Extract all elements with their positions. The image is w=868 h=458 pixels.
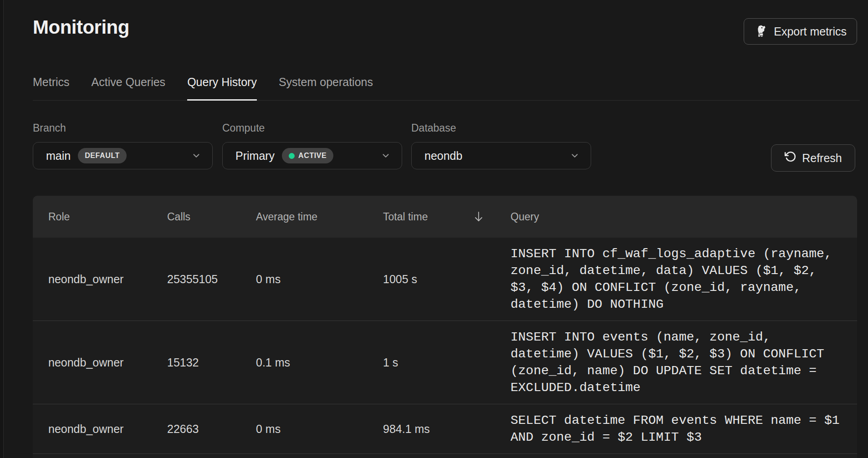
average-time-cell: 0 ms	[256, 422, 383, 436]
role-cell: neondb_owner	[48, 356, 167, 369]
query-sql-text: SELECT datetime FROM events WHERE name =…	[511, 412, 843, 446]
calls-cell: 15132	[167, 356, 256, 369]
column-header-calls[interactable]: Calls	[167, 211, 256, 223]
database-select[interactable]: neondb	[411, 142, 591, 169]
branch-value: main	[46, 149, 71, 163]
content-left-border	[0, 0, 4, 458]
column-header-average-time[interactable]: Average time	[256, 211, 383, 223]
table-row[interactable]: neondb_owner 22663 0 ms 984.1 ms SELECT …	[33, 404, 857, 453]
average-time-cell: 0 ms	[256, 273, 383, 286]
active-badge: ACTIVE	[282, 148, 333, 163]
total-time-cell: 1005 s	[383, 273, 511, 286]
calls-cell: 22663	[167, 422, 256, 436]
export-metrics-button[interactable]: Export metrics	[744, 18, 857, 45]
table-row-partial	[33, 453, 857, 458]
active-status-dot	[289, 153, 295, 159]
tab-query-history[interactable]: Query History	[187, 76, 257, 101]
column-header-query[interactable]: Query	[511, 211, 857, 223]
role-cell: neondb_owner	[48, 273, 167, 286]
arrow-down-icon[interactable]	[473, 211, 484, 223]
table-body: neondb_owner 25355105 0 ms 1005 s INSERT…	[33, 238, 857, 453]
query-sql-text: INSERT INTO events (name, zone_id, datet…	[511, 329, 843, 396]
tab-active-queries[interactable]: Active Queries	[92, 76, 166, 101]
total-time-cell: 1 s	[383, 356, 511, 369]
refresh-label: Refresh	[802, 152, 842, 165]
table-row[interactable]: neondb_owner 25355105 0 ms 1005 s INSERT…	[33, 238, 857, 321]
column-header-total-time[interactable]: Total time	[383, 211, 511, 223]
total-time-cell: 984.1 ms	[383, 422, 511, 436]
chevron-down-icon	[381, 151, 391, 161]
table-header-row: Role Calls Average time Total time Query	[33, 196, 857, 238]
chevron-down-icon	[191, 151, 201, 161]
default-badge: DEFAULT	[78, 148, 127, 163]
table-row[interactable]: neondb_owner 15132 0.1 ms 1 s INSERT INT…	[33, 321, 857, 404]
compute-label: Compute	[222, 122, 402, 134]
tab-system-operations[interactable]: System operations	[279, 76, 373, 101]
datadog-icon	[754, 25, 768, 38]
database-value: neondb	[424, 149, 462, 163]
page-title: Monitoring	[33, 16, 129, 38]
export-metrics-label: Export metrics	[774, 25, 847, 38]
calls-cell: 25355105	[167, 273, 256, 286]
compute-select[interactable]: Primary ACTIVE	[222, 142, 402, 169]
branch-select[interactable]: main DEFAULT	[33, 142, 213, 169]
query-history-table: Role Calls Average time Total time Query…	[33, 196, 857, 458]
branch-label: Branch	[33, 122, 213, 134]
query-cell: INSERT INTO events (name, zone_id, datet…	[511, 321, 857, 404]
query-cell: SELECT datetime FROM events WHERE name =…	[511, 404, 857, 453]
chevron-down-icon	[570, 151, 580, 161]
column-header-role[interactable]: Role	[48, 211, 167, 223]
compute-value: Primary	[235, 149, 275, 163]
tab-bar: Metrics Active Queries Query History Sys…	[33, 76, 860, 101]
role-cell: neondb_owner	[48, 422, 167, 436]
average-time-cell: 0.1 ms	[256, 356, 383, 369]
refresh-icon	[784, 151, 796, 165]
refresh-button[interactable]: Refresh	[771, 144, 855, 172]
database-label: Database	[411, 122, 591, 134]
query-sql-text: INSERT INTO cf_waf_logs_adaptive (raynam…	[511, 245, 843, 313]
tab-metrics[interactable]: Metrics	[33, 76, 70, 101]
query-cell: INSERT INTO cf_waf_logs_adaptive (raynam…	[511, 238, 857, 321]
